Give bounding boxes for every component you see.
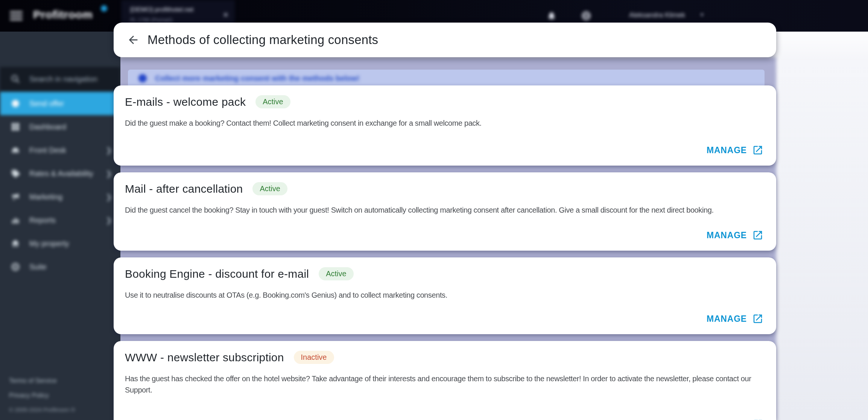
back-button[interactable] [123, 30, 143, 50]
suite-icon [10, 261, 21, 272]
user-menu[interactable]: Aleksandra Klimek [629, 11, 685, 19]
close-tab-icon[interactable]: ✕ [223, 11, 229, 19]
sidebar-item-front-desk[interactable]: Front Desk ❯ [0, 138, 120, 162]
chevron-right-icon: ❯ [106, 216, 112, 225]
marketing-icon [10, 191, 21, 202]
card-www-newsletter-subscription: WWW - newsletter subscription Inactive H… [114, 341, 776, 420]
sidebar-item-dashboard[interactable]: Dashboard ❯ [0, 115, 120, 138]
sidebar-item-send-offer[interactable]: Send offer ❯ [0, 92, 120, 115]
consent-method-cards: E-mails - welcome pack Active Did the gu… [114, 85, 776, 420]
card-description: Has the guest has checked the offer on t… [125, 373, 763, 396]
copyright-text: © 2005-2024 Profitroom ® [9, 406, 75, 413]
sidebar-item-suite[interactable]: Suite ❯ [0, 255, 120, 278]
manage-link[interactable]: MANAGE [707, 145, 763, 156]
chevron-right-icon: ❯ [106, 192, 112, 201]
card-title: E-mails - welcome pack [125, 96, 246, 108]
front-desk-icon [10, 145, 21, 156]
status-badge: Active [252, 182, 287, 195]
info-banner: Collect more marketing consent with the … [128, 70, 765, 87]
property-tab-title: [DEMO] profithotel.net [130, 6, 227, 14]
card-action-label: MANAGE [707, 230, 747, 240]
status-badge: Active [255, 95, 290, 108]
chevron-right-icon: ❯ [106, 169, 112, 178]
search-icon [10, 73, 21, 85]
app-screen: Collect more marketing consent with the … [0, 0, 868, 420]
sidebar-item-marketing[interactable]: Marketing ❯ [0, 185, 120, 208]
chevron-right-icon: ❯ [106, 146, 112, 155]
send-icon [10, 98, 21, 109]
reports-icon [10, 215, 21, 226]
sidebar: Search in navigation Send offer ❯ Dashbo… [0, 32, 120, 420]
open-in-new-icon [752, 230, 763, 241]
info-banner-text: Collect more marketing consent with the … [155, 74, 359, 83]
terms-of-service-link[interactable]: Terms of Service [9, 377, 75, 385]
sidebar-item-rates-availability[interactable]: Rates & Availability ❯ [0, 162, 120, 185]
status-badge: Inactive [294, 351, 334, 364]
card-booking-engine-discount-for-e-mail: Booking Engine - discount for e-mail Act… [114, 257, 776, 334]
profitroom-logo: Profitroom [33, 8, 93, 21]
page-background-right [776, 60, 868, 420]
card-description: Did the guest cancel the booking? Stay i… [125, 204, 763, 216]
page-title: Methods of collecting marketing consents [147, 33, 378, 47]
modal-header: Methods of collecting marketing consents [114, 23, 776, 57]
status-badge: Active [319, 267, 353, 280]
open-in-new-icon [752, 313, 763, 324]
open-in-new-icon [752, 418, 763, 420]
sidebar-search-label: Search in navigation [29, 75, 97, 84]
card-mail-after-cancellation: Mail - after cancellation Active Did the… [114, 172, 776, 251]
send-request-link[interactable]: SEND REQUEST [675, 418, 763, 420]
card-description: Did the guest make a booking? Contact th… [125, 117, 763, 129]
notifications-bell-icon[interactable] [544, 8, 559, 23]
card-description: Use it to neutralise discounts at OTAs (… [125, 289, 763, 301]
user-caret-icon[interactable]: ▾ [701, 11, 704, 18]
logo-dot-icon [101, 5, 107, 12]
dashboard-icon [10, 121, 21, 132]
property-icon [10, 238, 21, 249]
property-tab-subtitle: PL 1766 (Poznań) [130, 17, 227, 23]
manage-link[interactable]: MANAGE [707, 313, 763, 324]
card-title: Mail - after cancellation [125, 183, 243, 195]
hamburger-menu-icon[interactable] [10, 11, 23, 20]
card-action-label: MANAGE [707, 314, 747, 324]
info-icon [138, 74, 147, 82]
sidebar-item-reports[interactable]: Reports ❯ [0, 208, 120, 232]
open-in-new-icon [752, 145, 763, 156]
sidebar-item-my-property[interactable]: My property ❯ [0, 232, 120, 255]
card-title: Booking Engine - discount for e-mail [125, 268, 309, 280]
rates-icon [10, 168, 21, 179]
sidebar-search[interactable]: Search in navigation [0, 67, 120, 91]
language-globe-icon[interactable] [579, 8, 594, 23]
card-action-label: MANAGE [707, 145, 747, 155]
card-e-mails-welcome-pack: E-mails - welcome pack Active Did the gu… [114, 85, 776, 166]
manage-link[interactable]: MANAGE [707, 230, 763, 241]
privacy-policy-link[interactable]: Privacy Policy [9, 392, 75, 399]
card-title: WWW - newsletter subscription [125, 351, 284, 364]
